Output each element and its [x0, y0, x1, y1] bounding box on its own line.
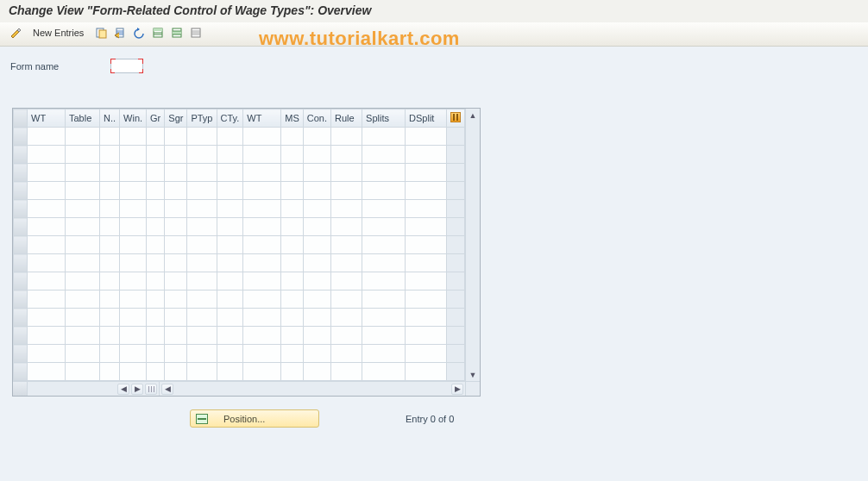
- cell-table[interactable]: [66, 272, 100, 290]
- cell-gr[interactable]: [147, 254, 165, 272]
- cell-table[interactable]: [66, 345, 100, 363]
- cell-rule[interactable]: [331, 345, 362, 363]
- row-selector[interactable]: [14, 272, 28, 290]
- cell-con[interactable]: [303, 164, 330, 182]
- column-header-n[interactable]: N..: [100, 109, 120, 128]
- cell-win[interactable]: [120, 218, 147, 236]
- cell-wt2[interactable]: [243, 327, 281, 345]
- cell-wt[interactable]: [28, 363, 66, 381]
- cell-win[interactable]: [120, 254, 147, 272]
- cell-con[interactable]: [303, 218, 330, 236]
- row-selector[interactable]: [14, 345, 28, 363]
- cell-wt[interactable]: [28, 182, 66, 200]
- cell-wt2[interactable]: [243, 218, 281, 236]
- cell-table[interactable]: [66, 200, 100, 218]
- row-selector[interactable]: [14, 363, 28, 381]
- cell-gr[interactable]: [147, 182, 165, 200]
- cell-n[interactable]: [100, 182, 120, 200]
- cell-cty[interactable]: [217, 290, 243, 309]
- column-header-ms[interactable]: MS: [281, 109, 304, 128]
- cell-dsplit[interactable]: [406, 254, 447, 272]
- cell-gr[interactable]: [147, 218, 165, 236]
- column-header-win[interactable]: Win.: [120, 109, 147, 128]
- row-selector[interactable]: [14, 200, 28, 218]
- cell-table[interactable]: [66, 164, 100, 182]
- cell-con[interactable]: [303, 182, 330, 200]
- cell-sgr[interactable]: [165, 327, 187, 345]
- undo-icon[interactable]: [130, 24, 148, 41]
- cell-win[interactable]: [120, 309, 147, 327]
- table-row[interactable]: [14, 345, 465, 363]
- cell-con[interactable]: [303, 309, 330, 327]
- cell-dsplit[interactable]: [406, 200, 447, 218]
- table-row[interactable]: [14, 254, 465, 272]
- cell-gr[interactable]: [147, 200, 165, 218]
- row-selector[interactable]: [14, 218, 28, 236]
- delete-icon[interactable]: [111, 24, 129, 41]
- cell-rule[interactable]: [331, 218, 362, 236]
- cell-cty[interactable]: [217, 128, 243, 146]
- cell-con[interactable]: [303, 236, 330, 254]
- cell-cty[interactable]: [217, 236, 243, 254]
- cell-sgr[interactable]: [165, 254, 187, 272]
- cell-cty[interactable]: [217, 327, 243, 345]
- cell-wt2[interactable]: [243, 236, 281, 254]
- table-row[interactable]: [14, 363, 465, 381]
- column-header-cty[interactable]: CTy.: [217, 109, 243, 128]
- cell-sgr[interactable]: [165, 290, 187, 309]
- cell-splits[interactable]: [362, 309, 406, 327]
- cell-ms[interactable]: [281, 272, 304, 290]
- cell-win[interactable]: [120, 290, 147, 309]
- cell-gr[interactable]: [147, 146, 165, 164]
- cell-con[interactable]: [303, 128, 330, 146]
- cell-rule[interactable]: [331, 200, 362, 218]
- row-selector[interactable]: [14, 290, 28, 309]
- cell-wt[interactable]: [28, 164, 66, 182]
- cell-sgr[interactable]: [165, 218, 187, 236]
- cell-wt2[interactable]: [243, 272, 281, 290]
- cell-con[interactable]: [303, 363, 330, 381]
- scroll-right-icon[interactable]: ▶: [451, 384, 463, 395]
- row-selector[interactable]: [14, 254, 28, 272]
- cell-wt[interactable]: [28, 146, 66, 164]
- cell-ptyp[interactable]: [187, 164, 217, 182]
- cell-table[interactable]: [66, 182, 100, 200]
- cell-wt[interactable]: [28, 327, 66, 345]
- cell-dsplit[interactable]: [406, 363, 447, 381]
- cell-splits[interactable]: [362, 236, 406, 254]
- cell-sgr[interactable]: [165, 146, 187, 164]
- cell-table[interactable]: [66, 309, 100, 327]
- cell-n[interactable]: [100, 309, 120, 327]
- cell-rule[interactable]: [331, 327, 362, 345]
- cell-ptyp[interactable]: [187, 128, 217, 146]
- cell-wt2[interactable]: [243, 164, 281, 182]
- column-header-con[interactable]: Con.: [303, 109, 330, 128]
- cell-table[interactable]: [66, 218, 100, 236]
- cell-table[interactable]: [66, 254, 100, 272]
- fixed-scroll-right-icon[interactable]: ▶: [131, 384, 143, 395]
- cell-wt2[interactable]: [243, 128, 281, 146]
- cell-table[interactable]: [66, 290, 100, 309]
- cell-wt2[interactable]: [243, 363, 281, 381]
- cell-splits[interactable]: [362, 363, 406, 381]
- cell-n[interactable]: [100, 327, 120, 345]
- cell-win[interactable]: [120, 345, 147, 363]
- cell-con[interactable]: [303, 146, 330, 164]
- cell-wt[interactable]: [28, 290, 66, 309]
- cell-n[interactable]: [100, 128, 120, 146]
- cell-ms[interactable]: [281, 200, 304, 218]
- cell-ms[interactable]: [281, 363, 304, 381]
- cell-win[interactable]: [120, 128, 147, 146]
- cell-ms[interactable]: [281, 327, 304, 345]
- cell-sgr[interactable]: [165, 164, 187, 182]
- cell-sgr[interactable]: [165, 345, 187, 363]
- table-row[interactable]: [14, 272, 465, 290]
- cell-table[interactable]: [66, 363, 100, 381]
- cell-ms[interactable]: [281, 182, 304, 200]
- column-header-ptyp[interactable]: PTyp: [187, 109, 217, 128]
- form-name-input[interactable]: [110, 59, 143, 73]
- cell-ms[interactable]: [281, 128, 304, 146]
- cell-sgr[interactable]: [165, 236, 187, 254]
- cell-rule[interactable]: [331, 309, 362, 327]
- cell-dsplit[interactable]: [406, 327, 447, 345]
